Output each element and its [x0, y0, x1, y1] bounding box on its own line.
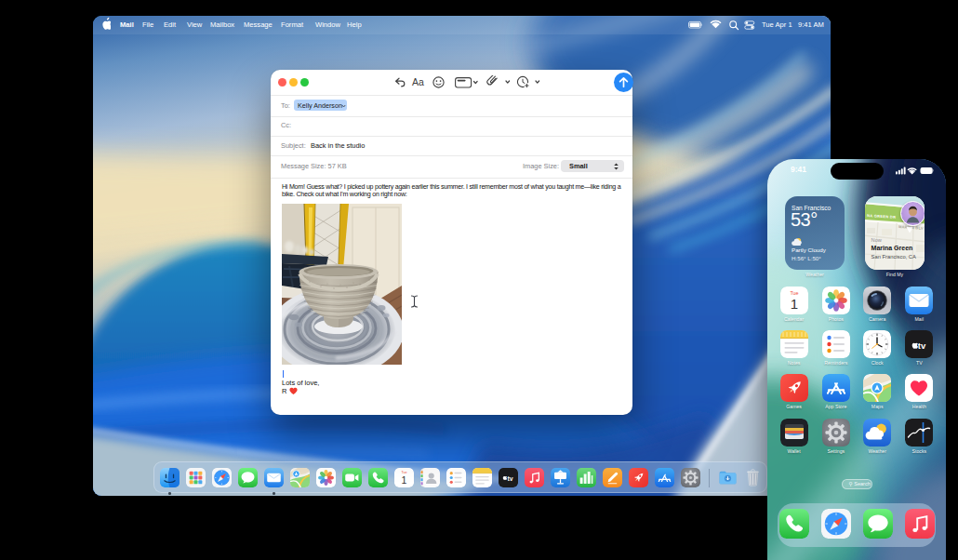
svg-text:1: 1	[401, 474, 406, 486]
svg-text:tv: tv	[507, 475, 512, 482]
svg-text:tv: tv	[918, 340, 926, 351]
svg-text:1: 1	[790, 296, 797, 312]
